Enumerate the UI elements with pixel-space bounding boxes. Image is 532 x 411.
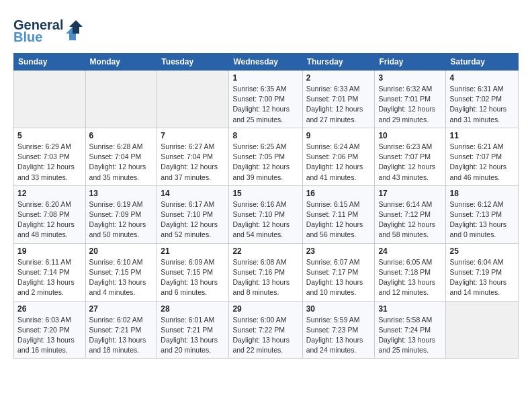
day-cell: 18Sunrise: 6:12 AM Sunset: 7:13 PM Dayli…	[446, 185, 519, 243]
day-number: 3	[378, 73, 442, 83]
day-number: 29	[232, 304, 298, 314]
day-cell	[157, 71, 229, 128]
day-info: Sunrise: 6:31 AM Sunset: 7:02 PM Dayligh…	[449, 84, 515, 125]
day-info: Sunrise: 6:29 AM Sunset: 7:03 PM Dayligh…	[17, 142, 82, 183]
day-cell: 19Sunrise: 6:11 AM Sunset: 7:14 PM Dayli…	[14, 243, 86, 301]
day-number: 20	[89, 246, 154, 256]
weekday-sunday: Sunday	[14, 54, 86, 71]
weekday-header-row: SundayMondayTuesdayWednesdayThursdayFrid…	[14, 54, 519, 71]
weekday-thursday: Thursday	[302, 54, 375, 71]
day-cell: 16Sunrise: 6:15 AM Sunset: 7:11 PM Dayli…	[302, 185, 375, 243]
day-info: Sunrise: 6:07 AM Sunset: 7:17 PM Dayligh…	[306, 257, 371, 298]
day-number: 23	[306, 246, 371, 256]
day-info: Sunrise: 6:05 AM Sunset: 7:18 PM Dayligh…	[378, 257, 442, 298]
calendar-table: SundayMondayTuesdayWednesdayThursdayFrid…	[13, 53, 519, 359]
day-cell: 28Sunrise: 6:01 AM Sunset: 7:21 PM Dayli…	[157, 301, 229, 359]
day-info: Sunrise: 6:23 AM Sunset: 7:07 PM Dayligh…	[378, 142, 442, 183]
day-number: 4	[449, 73, 515, 83]
day-cell: 20Sunrise: 6:10 AM Sunset: 7:15 PM Dayli…	[85, 243, 157, 301]
day-number: 21	[161, 246, 225, 256]
day-number: 19	[17, 246, 82, 256]
day-cell: 24Sunrise: 6:05 AM Sunset: 7:18 PM Dayli…	[375, 243, 446, 301]
weekday-tuesday: Tuesday	[157, 54, 229, 71]
day-info: Sunrise: 6:24 AM Sunset: 7:06 PM Dayligh…	[306, 142, 371, 183]
logo: General Blue	[13, 15, 87, 48]
day-cell: 14Sunrise: 6:17 AM Sunset: 7:10 PM Dayli…	[157, 185, 229, 243]
week-row-5: 26Sunrise: 6:03 AM Sunset: 7:20 PM Dayli…	[14, 301, 519, 359]
day-cell	[14, 71, 86, 128]
day-number: 5	[17, 131, 82, 140]
day-number: 17	[378, 189, 442, 198]
day-number: 14	[161, 189, 225, 198]
day-info: Sunrise: 6:35 AM Sunset: 7:00 PM Dayligh…	[232, 84, 298, 125]
week-row-1: 1Sunrise: 6:35 AM Sunset: 7:00 PM Daylig…	[14, 71, 519, 128]
day-number: 2	[306, 73, 371, 83]
day-info: Sunrise: 5:59 AM Sunset: 7:23 PM Dayligh…	[306, 315, 371, 356]
weekday-friday: Friday	[375, 54, 446, 71]
day-number: 28	[161, 304, 225, 314]
weekday-monday: Monday	[85, 54, 157, 71]
day-number: 16	[306, 189, 371, 198]
header: General Blue	[13, 12, 519, 48]
day-cell: 30Sunrise: 5:59 AM Sunset: 7:23 PM Dayli…	[302, 301, 375, 359]
logo-text: General Blue	[13, 15, 87, 48]
day-cell: 5Sunrise: 6:29 AM Sunset: 7:03 PM Daylig…	[14, 128, 86, 185]
day-number: 8	[232, 131, 298, 140]
day-cell: 2Sunrise: 6:33 AM Sunset: 7:01 PM Daylig…	[302, 71, 375, 128]
day-number: 18	[449, 189, 515, 198]
day-number: 30	[306, 304, 371, 314]
day-number: 31	[378, 304, 442, 314]
day-cell	[446, 301, 519, 359]
day-info: Sunrise: 6:08 AM Sunset: 7:16 PM Dayligh…	[232, 257, 298, 298]
day-cell: 31Sunrise: 5:58 AM Sunset: 7:24 PM Dayli…	[375, 301, 446, 359]
day-number: 15	[232, 189, 298, 198]
day-number: 13	[89, 189, 154, 198]
week-row-2: 5Sunrise: 6:29 AM Sunset: 7:03 PM Daylig…	[14, 128, 519, 185]
day-cell: 15Sunrise: 6:16 AM Sunset: 7:10 PM Dayli…	[229, 185, 302, 243]
day-info: Sunrise: 6:11 AM Sunset: 7:14 PM Dayligh…	[17, 257, 82, 298]
day-cell: 29Sunrise: 6:00 AM Sunset: 7:22 PM Dayli…	[229, 301, 302, 359]
day-cell	[85, 71, 157, 128]
day-info: Sunrise: 6:10 AM Sunset: 7:15 PM Dayligh…	[89, 257, 154, 298]
svg-text:Blue: Blue	[13, 30, 42, 44]
day-info: Sunrise: 6:00 AM Sunset: 7:22 PM Dayligh…	[232, 315, 298, 356]
day-number: 1	[232, 73, 298, 83]
day-number: 6	[89, 131, 154, 140]
day-number: 25	[449, 246, 515, 256]
day-number: 24	[378, 246, 442, 256]
day-info: Sunrise: 6:12 AM Sunset: 7:13 PM Dayligh…	[449, 199, 515, 240]
weekday-saturday: Saturday	[446, 54, 519, 71]
day-info: Sunrise: 6:09 AM Sunset: 7:15 PM Dayligh…	[161, 257, 225, 298]
day-cell: 7Sunrise: 6:27 AM Sunset: 7:04 PM Daylig…	[157, 128, 229, 185]
day-info: Sunrise: 6:02 AM Sunset: 7:21 PM Dayligh…	[89, 315, 154, 356]
day-info: Sunrise: 5:58 AM Sunset: 7:24 PM Dayligh…	[378, 315, 442, 356]
day-cell: 25Sunrise: 6:04 AM Sunset: 7:19 PM Dayli…	[446, 243, 519, 301]
day-cell: 11Sunrise: 6:21 AM Sunset: 7:07 PM Dayli…	[446, 128, 519, 185]
day-cell: 1Sunrise: 6:35 AM Sunset: 7:00 PM Daylig…	[229, 71, 302, 128]
day-info: Sunrise: 6:01 AM Sunset: 7:21 PM Dayligh…	[161, 315, 225, 356]
day-cell: 23Sunrise: 6:07 AM Sunset: 7:17 PM Dayli…	[302, 243, 375, 301]
day-info: Sunrise: 6:19 AM Sunset: 7:09 PM Dayligh…	[89, 199, 154, 240]
day-info: Sunrise: 6:20 AM Sunset: 7:08 PM Dayligh…	[17, 199, 82, 240]
day-info: Sunrise: 6:16 AM Sunset: 7:10 PM Dayligh…	[232, 199, 298, 240]
day-info: Sunrise: 6:17 AM Sunset: 7:10 PM Dayligh…	[161, 199, 225, 240]
day-info: Sunrise: 6:27 AM Sunset: 7:04 PM Dayligh…	[161, 142, 225, 183]
day-number: 27	[89, 304, 154, 314]
day-number: 12	[17, 189, 82, 198]
day-info: Sunrise: 6:04 AM Sunset: 7:19 PM Dayligh…	[449, 257, 515, 298]
day-cell: 26Sunrise: 6:03 AM Sunset: 7:20 PM Dayli…	[14, 301, 86, 359]
day-cell: 21Sunrise: 6:09 AM Sunset: 7:15 PM Dayli…	[157, 243, 229, 301]
day-cell: 22Sunrise: 6:08 AM Sunset: 7:16 PM Dayli…	[229, 243, 302, 301]
day-cell: 9Sunrise: 6:24 AM Sunset: 7:06 PM Daylig…	[302, 128, 375, 185]
day-cell: 4Sunrise: 6:31 AM Sunset: 7:02 PM Daylig…	[446, 71, 519, 128]
day-cell: 13Sunrise: 6:19 AM Sunset: 7:09 PM Dayli…	[85, 185, 157, 243]
week-row-3: 12Sunrise: 6:20 AM Sunset: 7:08 PM Dayli…	[14, 185, 519, 243]
day-info: Sunrise: 6:28 AM Sunset: 7:04 PM Dayligh…	[89, 142, 154, 183]
week-row-4: 19Sunrise: 6:11 AM Sunset: 7:14 PM Dayli…	[14, 243, 519, 301]
day-number: 22	[232, 246, 298, 256]
day-info: Sunrise: 6:33 AM Sunset: 7:01 PM Dayligh…	[306, 84, 371, 125]
day-number: 26	[17, 304, 82, 314]
day-info: Sunrise: 6:25 AM Sunset: 7:05 PM Dayligh…	[232, 142, 298, 183]
day-cell: 3Sunrise: 6:32 AM Sunset: 7:01 PM Daylig…	[375, 71, 446, 128]
day-number: 11	[449, 131, 515, 140]
